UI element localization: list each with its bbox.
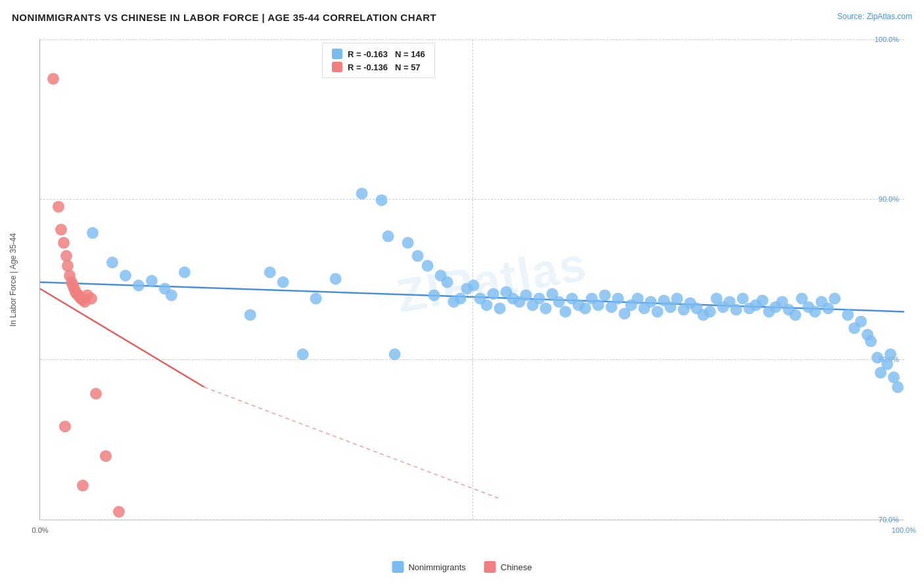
svg-point-102 bbox=[62, 260, 74, 272]
svg-point-55 bbox=[632, 292, 643, 304]
legend-box: R = -0.163 N = 146 R = -0.136 N = 57 bbox=[322, 43, 435, 78]
svg-point-90 bbox=[865, 335, 877, 347]
svg-point-26 bbox=[442, 277, 453, 288]
legend-text-blue: R = -0.163 N = 146 bbox=[348, 49, 425, 59]
bottom-swatch-blue bbox=[392, 561, 404, 573]
svg-point-66 bbox=[704, 305, 716, 317]
svg-point-24 bbox=[428, 289, 440, 301]
svg-point-86 bbox=[842, 309, 854, 321]
svg-point-18 bbox=[376, 194, 388, 206]
svg-point-12 bbox=[264, 267, 276, 279]
svg-point-84 bbox=[822, 302, 834, 314]
svg-point-58 bbox=[651, 305, 663, 317]
svg-point-32 bbox=[480, 299, 492, 311]
svg-point-5 bbox=[120, 270, 131, 282]
source-label: Source: ZipAtlas.com bbox=[837, 12, 912, 21]
svg-point-16 bbox=[330, 273, 342, 285]
svg-point-94 bbox=[885, 348, 896, 360]
svg-point-115 bbox=[85, 292, 97, 304]
bottom-legend: Nonimmigrants Chinese bbox=[392, 561, 532, 573]
svg-point-97 bbox=[47, 73, 59, 85]
svg-line-1 bbox=[40, 288, 204, 387]
legend-row-pink: R = -0.136 N = 57 bbox=[332, 62, 425, 72]
svg-point-116 bbox=[90, 388, 102, 399]
svg-point-44 bbox=[559, 305, 571, 317]
svg-point-40 bbox=[533, 292, 545, 304]
svg-point-21 bbox=[402, 237, 414, 249]
svg-point-99 bbox=[55, 224, 67, 236]
svg-line-2 bbox=[204, 387, 500, 499]
svg-point-7 bbox=[146, 275, 158, 287]
svg-point-28 bbox=[455, 292, 467, 304]
svg-point-47 bbox=[579, 302, 591, 314]
svg-point-4 bbox=[106, 257, 118, 269]
svg-point-19 bbox=[382, 231, 394, 242]
bottom-legend-chinese: Chinese bbox=[484, 561, 532, 573]
svg-point-6 bbox=[133, 280, 145, 292]
svg-point-52 bbox=[612, 292, 624, 304]
legend-text-pink: R = -0.136 N = 57 bbox=[348, 62, 421, 72]
svg-point-9 bbox=[166, 289, 177, 301]
x-tick-0: 0.0% bbox=[32, 526, 48, 534]
x-tick-100: 100.0% bbox=[892, 526, 916, 534]
svg-point-100 bbox=[58, 237, 70, 249]
svg-point-3 bbox=[87, 227, 99, 239]
svg-point-88 bbox=[855, 315, 867, 327]
scatter-plot bbox=[40, 39, 904, 520]
chart-container: NONIMMIGRANTS VS CHINESE IN LABOR FORCE … bbox=[0, 0, 924, 586]
svg-point-50 bbox=[599, 289, 611, 301]
svg-point-96 bbox=[892, 381, 904, 393]
svg-point-61 bbox=[671, 292, 683, 304]
svg-point-30 bbox=[468, 280, 480, 292]
svg-point-74 bbox=[756, 294, 768, 306]
legend-row-blue: R = -0.163 N = 146 bbox=[332, 49, 425, 59]
svg-point-34 bbox=[494, 302, 505, 314]
legend-swatch-blue bbox=[332, 49, 342, 59]
svg-point-57 bbox=[645, 296, 657, 307]
bottom-swatch-pink bbox=[484, 561, 496, 573]
svg-point-23 bbox=[422, 260, 434, 272]
svg-point-70 bbox=[730, 304, 742, 315]
svg-point-49 bbox=[592, 299, 604, 311]
svg-point-118 bbox=[100, 450, 112, 462]
bottom-label-chinese: Chinese bbox=[501, 562, 532, 572]
svg-point-17 bbox=[356, 188, 368, 200]
grid-line-70 bbox=[40, 520, 904, 520]
y-axis-label: In Labor Force | Age 35-44 bbox=[9, 233, 18, 327]
legend-swatch-pink bbox=[332, 62, 342, 72]
svg-point-41 bbox=[540, 302, 551, 314]
svg-point-120 bbox=[113, 506, 125, 518]
svg-point-91 bbox=[871, 351, 883, 363]
svg-point-117 bbox=[59, 420, 71, 432]
svg-point-43 bbox=[553, 296, 565, 307]
svg-point-85 bbox=[829, 292, 841, 304]
svg-point-14 bbox=[297, 348, 309, 360]
svg-point-20 bbox=[389, 348, 401, 360]
chart-title: NONIMMIGRANTS VS CHINESE IN LABOR FORCE … bbox=[12, 12, 436, 23]
svg-point-98 bbox=[53, 201, 64, 213]
svg-point-119 bbox=[77, 480, 89, 491]
svg-point-82 bbox=[809, 305, 821, 317]
svg-point-38 bbox=[520, 289, 532, 301]
bottom-legend-nonimmigrants: Nonimmigrants bbox=[392, 561, 465, 573]
svg-point-22 bbox=[412, 250, 424, 262]
svg-point-11 bbox=[244, 309, 256, 321]
svg-point-13 bbox=[277, 277, 289, 288]
svg-point-71 bbox=[737, 292, 749, 304]
svg-point-33 bbox=[487, 288, 499, 300]
svg-point-79 bbox=[789, 309, 801, 321]
bottom-label-nonimmigrants: Nonimmigrants bbox=[408, 562, 465, 572]
chart-area: 100.0% 90.0% 80.0% 70.0% 0.0% 100.0% ZIP… bbox=[39, 39, 904, 520]
svg-point-15 bbox=[310, 292, 322, 304]
svg-point-10 bbox=[179, 267, 191, 279]
